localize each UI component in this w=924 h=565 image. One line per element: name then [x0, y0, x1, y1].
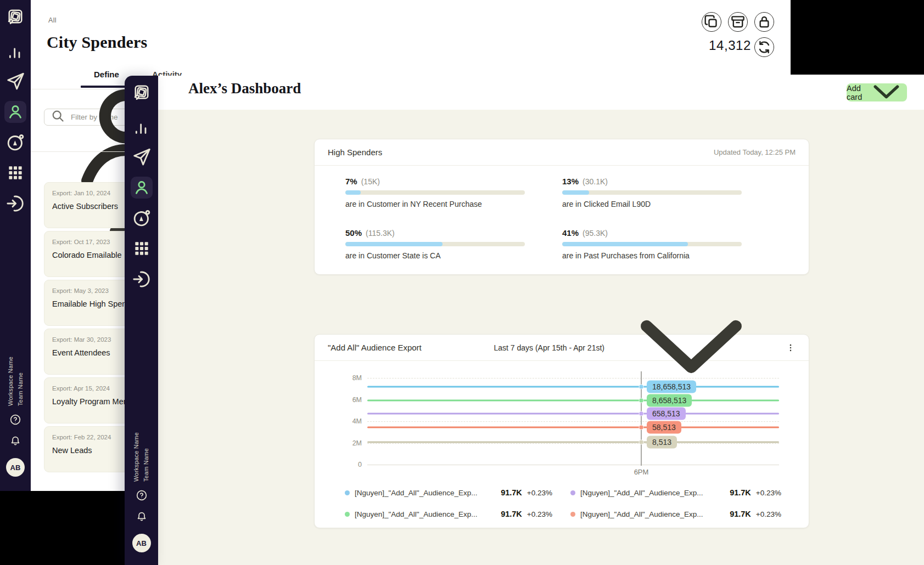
dashboard-title: Alex’s Dashboard [188, 80, 301, 97]
sidebar-sign-in-icon[interactable] [131, 268, 153, 290]
sidebar-send-icon[interactable] [131, 146, 153, 168]
gridline [367, 443, 779, 444]
sidebar-analytics-icon[interactable] [4, 42, 26, 64]
brand-logo-icon[interactable] [132, 82, 152, 102]
stat-count: (15K) [361, 177, 380, 186]
data-point-marker [639, 411, 644, 416]
data-point-marker [639, 439, 644, 444]
audience-stat: 7%(15K)are in Customer in NY Recent Purc… [345, 177, 525, 208]
value-pill: 8,513 [647, 436, 677, 448]
y-axis-tick: 8M [334, 374, 362, 382]
gridline [367, 421, 779, 422]
help-icon[interactable] [9, 413, 22, 426]
legend-change: +0.23% [756, 489, 781, 497]
series-line [367, 441, 779, 443]
series-line [367, 427, 779, 428]
legend-row[interactable]: [Nguyen]_"Add_All"_Audience_Exp...91.7K+… [345, 487, 552, 499]
legend-change: +0.23% [527, 510, 552, 518]
legend-value: 91.7K [501, 510, 522, 518]
divider [31, 151, 125, 152]
progress-bar [562, 242, 742, 246]
legend-value: 91.7K [730, 488, 751, 497]
data-point-marker [639, 425, 644, 430]
legend-series-name: [Nguyen]_"Add_All"_Audience_Exp... [355, 489, 495, 497]
refresh-button[interactable] [754, 37, 774, 57]
legend-series-name: [Nguyen]_"Add_All"_Audience_Exp... [580, 510, 724, 518]
legend-value: 91.7K [501, 488, 522, 497]
legend-dot [570, 512, 575, 517]
line-chart: 8M6M4M2M018,658,5138,658,513658,51358,51… [315, 335, 809, 528]
data-point-marker [639, 398, 644, 403]
workspace-team-label: Workspace NameTeam Name [0, 343, 31, 406]
sidebar-send-icon[interactable] [4, 70, 26, 92]
stat-percent: 13% [562, 177, 579, 186]
brand-logo-icon[interactable] [5, 7, 25, 26]
stat-label: are in Past Purchases from California [562, 251, 742, 260]
stat-count: (95.3K) [583, 229, 608, 238]
legend-dot [570, 490, 575, 495]
value-pill: 18,658,513 [647, 380, 696, 393]
add-card-button[interactable]: Add card [847, 83, 907, 101]
series-line [367, 413, 779, 415]
sidebar-audience-icon[interactable] [131, 177, 153, 199]
bell-icon[interactable] [135, 510, 148, 523]
progress-bar [562, 190, 742, 195]
sidebar-analytics-icon[interactable] [131, 118, 153, 140]
gridline [367, 378, 779, 378]
header-action-buttons [702, 12, 774, 32]
y-axis-tick: 0 [334, 461, 362, 468]
avatar[interactable]: AB [132, 534, 151, 552]
lock-button[interactable] [754, 12, 774, 32]
legend-row[interactable]: [Nguyen]_"Add_All"_Audience_Exp...91.7K+… [570, 508, 781, 520]
value-pill: 8,658,513 [647, 394, 692, 407]
card-title: High Spenders [328, 148, 382, 157]
sidebar-apps-grid-icon[interactable] [131, 238, 153, 259]
y-axis-tick: 4M [334, 417, 362, 425]
audience-export-card: "Add All" Audience Export Last 7 days (A… [314, 334, 809, 528]
legend-row[interactable]: [Nguyen]_"Add_All"_Audience_Exp...91.7K+… [345, 508, 552, 520]
y-axis-tick: 6M [334, 396, 362, 404]
series-line [367, 386, 779, 387]
stat-count: (30.1K) [583, 177, 608, 186]
sidebar-audience-icon[interactable] [4, 101, 26, 123]
sidebar-sign-in-icon[interactable] [4, 193, 26, 214]
legend-value: 91.7K [730, 510, 751, 518]
bell-icon[interactable] [9, 434, 22, 448]
breadcrumb[interactable]: All [48, 16, 57, 24]
sidebar-campaigns-icon[interactable] [131, 207, 153, 229]
audience-stat: 13%(30.1K)are in Clicked Email L90D [562, 177, 742, 208]
legend-change: +0.23% [527, 489, 552, 497]
add-card-label: Add card [847, 84, 862, 101]
archive-button[interactable] [728, 12, 748, 32]
gridline [367, 465, 779, 465]
app-screen: All City Spenders Define Activity 14,312… [0, 0, 924, 565]
stat-label: are in Clicked Email L90D [562, 200, 742, 208]
series-line [367, 400, 779, 402]
sidebar-campaigns-icon[interactable] [4, 132, 26, 154]
stats-grid: 7%(15K)are in Customer in NY Recent Purc… [345, 177, 742, 260]
copy-button[interactable] [702, 12, 721, 32]
data-point-marker [639, 384, 644, 389]
stat-label: are in Customer in NY Recent Purchase [345, 200, 525, 208]
stat-count: (115.3K) [366, 229, 395, 238]
card-header: High Spenders Updated Today, 12:25 PM [315, 139, 809, 166]
x-axis-cursor-label: 6PM [625, 468, 658, 476]
legend-change: +0.23% [756, 510, 781, 518]
stat-percent: 50% [345, 228, 362, 238]
card-updated-timestamp: Updated Today, 12:25 PM [714, 148, 796, 156]
progress-bar [345, 242, 525, 246]
help-icon[interactable] [135, 489, 148, 502]
legend-row[interactable]: [Nguyen]_"Add_All"_Audience_Exp...91.7K+… [570, 487, 781, 499]
sidebar-apps-grid-icon[interactable] [4, 162, 26, 184]
avatar[interactable]: AB [6, 458, 25, 477]
legend-dot [345, 490, 350, 495]
audience-stat: 50%(115.3K)are in Customer State is CA [345, 228, 525, 260]
workspace-team-label: Workspace NameTeam Name [125, 419, 158, 482]
legend-dot [345, 512, 350, 517]
page-title: City Spenders [47, 33, 147, 52]
high-spenders-card: High Spenders Updated Today, 12:25 PM 7%… [314, 139, 809, 275]
value-pill: 658,513 [647, 408, 686, 420]
redacted-area [0, 491, 125, 565]
chevron-down-icon [866, 71, 907, 114]
legend-series-name: [Nguyen]_"Add_All"_Audience_Exp... [580, 489, 724, 497]
